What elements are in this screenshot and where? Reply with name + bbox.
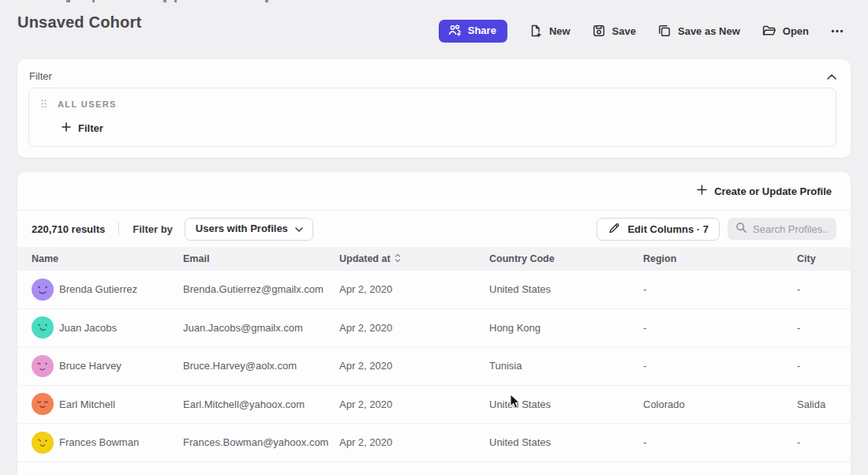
add-filter-label: Filter	[78, 122, 103, 134]
results-toolbar-right: Edit Columns · 7	[597, 218, 836, 241]
table-row[interactable]: Brenda Gutierrez Brenda.Gutierrez@gmailx…	[17, 271, 851, 309]
city-cell: -	[797, 436, 851, 448]
column-header-email[interactable]: Email	[183, 253, 339, 264]
save-as-new-button[interactable]: Save as New	[657, 24, 740, 38]
column-header-name[interactable]: Name	[32, 253, 183, 264]
column-header-region[interactable]: Region	[643, 253, 797, 264]
name-cell: Brenda Gutierrez	[32, 279, 183, 301]
edit-columns-button[interactable]: Edit Columns · 7	[597, 218, 720, 241]
avatar-face	[32, 355, 54, 377]
region-cell: -	[643, 322, 797, 334]
chevron-up-icon	[827, 70, 836, 82]
save-button[interactable]: Save	[592, 24, 636, 38]
filter-card-title: Filter	[29, 70, 52, 82]
avatar	[32, 393, 54, 415]
save-button-label: Save	[612, 25, 636, 37]
create-or-update-profile-label: Create or Update Profile	[714, 185, 832, 197]
toolbar: Share New Save	[439, 19, 844, 43]
filter-group-header: ALL USERS	[40, 99, 825, 109]
results-card: Create or Update Profile 220,710 results…	[17, 172, 851, 475]
add-filter-button[interactable]: Filter	[60, 121, 105, 136]
table-header: Name Email Updated at Country Code Regio…	[17, 247, 851, 271]
open-button[interactable]: Open	[761, 24, 809, 38]
updated-at-cell: Apr 2, 2020	[339, 283, 489, 295]
save-icon	[592, 24, 606, 38]
updated-at-cell: Apr 2, 2020	[339, 322, 489, 334]
filter-group: ALL USERS Filter	[28, 88, 836, 147]
avatar	[32, 316, 54, 338]
drag-handle-icon[interactable]	[40, 99, 47, 109]
search-box	[728, 218, 836, 240]
duplicate-icon	[657, 24, 672, 38]
share-users-icon	[448, 24, 462, 37]
collapse-filter-button[interactable]	[825, 69, 838, 84]
table-row[interactable]: Frances Bowman Frances.Bowman@yahoox.com…	[17, 424, 851, 462]
page: { "page": { "title": "Unsaved Cohort" },…	[0, 0, 868, 475]
new-file-icon	[529, 24, 543, 38]
avatar	[32, 355, 54, 377]
ellipsis-icon	[830, 24, 844, 38]
email-cell: Brenda.Gutierrez@gmailx.com	[183, 283, 339, 295]
email-cell: Bruce.Harvey@aolx.com	[183, 360, 339, 372]
updated-at-cell: Apr 2, 2020	[339, 398, 489, 410]
avatar	[32, 432, 54, 454]
updated-at-cell: Apr 2, 2020	[339, 360, 489, 372]
column-header-updated-at[interactable]: Updated at	[339, 253, 489, 265]
share-button-label: Share	[468, 24, 496, 36]
results-count: 220,710 results	[32, 223, 105, 235]
create-row: Create or Update Profile	[17, 172, 851, 211]
name-cell: Juan Jacobs	[32, 316, 183, 338]
plus-icon	[62, 122, 71, 134]
profiles-dropdown-value: Users with Profiles	[196, 223, 288, 234]
avatar-face	[32, 393, 54, 415]
country-code-cell: United States	[489, 436, 643, 448]
sort-icon	[395, 253, 401, 265]
name-cell: Bruce Harvey	[32, 355, 183, 377]
region-cell: -	[643, 436, 797, 448]
create-or-update-profile-button[interactable]: Create or Update Profile	[697, 185, 832, 197]
profiles-type-dropdown[interactable]: Users with Profiles	[185, 218, 313, 241]
edit-columns-label: Edit Columns · 7	[627, 223, 709, 235]
email-cell: Earl.Mitchell@yahoox.com	[183, 398, 339, 410]
table-row-partial[interactable]	[17, 462, 851, 475]
city-cell: Salida	[797, 398, 851, 410]
column-header-country-code[interactable]: Country Code	[489, 253, 643, 264]
pencil-icon	[608, 222, 620, 237]
email-cell: Frances.Bowman@yahoox.com	[183, 436, 339, 448]
search-icon	[735, 222, 747, 237]
country-code-cell: Tunisia	[489, 360, 643, 372]
chevron-down-icon	[295, 223, 303, 234]
region-cell: -	[643, 283, 797, 295]
more-options-button[interactable]	[830, 24, 844, 38]
region-cell: -	[643, 360, 797, 372]
avatar-face	[32, 279, 54, 301]
country-code-cell: United States	[489, 398, 643, 410]
city-cell: -	[797, 360, 851, 372]
results-toolbar: 220,710 results Filter by Users with Pro…	[17, 211, 851, 247]
search-profiles-input[interactable]	[753, 223, 829, 235]
email-cell: Juan.Jacobs@gmailx.com	[183, 322, 339, 334]
open-button-label: Open	[783, 25, 809, 37]
filter-by-label: Filter by	[133, 223, 173, 235]
city-cell: -	[797, 322, 851, 334]
filter-card-header: Filter	[17, 59, 851, 84]
app-header: Unsaved Cohort Share	[0, 0, 868, 52]
table-row[interactable]: Juan Jacobs Juan.Jacobs@gmailx.com Apr 2…	[17, 309, 851, 348]
avatar-face	[32, 432, 54, 454]
page-title: Unsaved Cohort	[17, 13, 141, 32]
new-button-label: New	[549, 25, 571, 37]
share-button[interactable]: Share	[439, 20, 507, 43]
country-code-cell: United States	[489, 283, 643, 295]
country-code-cell: Hong Kong	[489, 322, 643, 334]
table-row[interactable]: Earl Mitchell Earl.Mitchell@yahoox.com A…	[17, 386, 851, 425]
name-cell	[32, 462, 183, 475]
region-cell: Colorado	[643, 398, 797, 410]
avatar-face	[32, 316, 54, 338]
vertical-divider	[118, 223, 119, 235]
name-cell: Frances Bowman	[32, 432, 183, 454]
column-header-city[interactable]: City	[797, 253, 851, 264]
plus-icon	[697, 185, 707, 197]
save-as-new-button-label: Save as New	[678, 25, 740, 37]
new-button[interactable]: New	[529, 24, 571, 38]
table-row[interactable]: Bruce Harvey Bruce.Harvey@aolx.com Apr 2…	[17, 347, 851, 386]
